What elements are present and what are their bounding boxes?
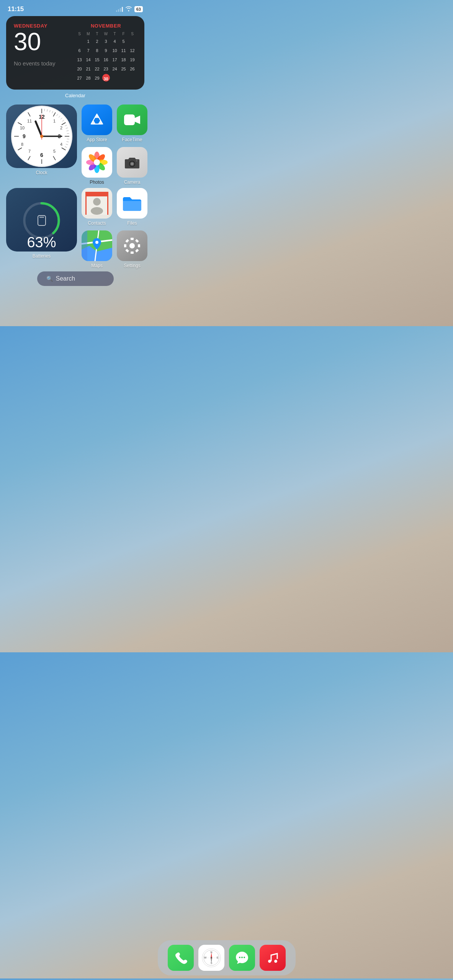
contacts-label: Contacts xyxy=(88,220,106,226)
svg-point-72 xyxy=(95,241,98,244)
calendar-today: 30 xyxy=(102,74,110,82)
svg-text:2: 2 xyxy=(60,126,62,130)
svg-point-58 xyxy=(136,160,137,162)
maps-icon xyxy=(82,230,112,261)
row-clock: 12 3 6 9 1 2 4 5 7 8 10 11 xyxy=(6,105,144,185)
calendar-widget-label: Calendar xyxy=(6,93,144,98)
wifi-icon xyxy=(125,6,132,13)
search-label: Search xyxy=(56,275,75,282)
svg-text:9: 9 xyxy=(23,133,26,139)
svg-text:4: 4 xyxy=(60,142,62,147)
svg-rect-66 xyxy=(85,192,87,215)
svg-rect-73 xyxy=(82,230,87,261)
calendar-day-number: 30 xyxy=(14,29,67,54)
cal-header-t2: T xyxy=(110,31,119,37)
contacts-app[interactable]: Contacts xyxy=(82,188,112,226)
svg-point-68 xyxy=(93,198,101,206)
cal-header-s1: S xyxy=(75,31,84,37)
appstore-app[interactable]: App Store xyxy=(82,105,112,142)
right-apps-col1: App Store FaceTime xyxy=(82,105,147,185)
signal-icon xyxy=(116,7,123,12)
facetime-label: FaceTime xyxy=(122,137,142,142)
svg-point-44 xyxy=(40,135,43,138)
svg-rect-65 xyxy=(85,192,108,196)
maps-app[interactable]: Maps xyxy=(82,230,112,268)
cal-header-f: F xyxy=(119,31,128,37)
camera-app[interactable]: Camera xyxy=(117,147,147,185)
status-bar: 11:15 63 xyxy=(0,0,150,16)
photos-label: Photos xyxy=(90,180,104,185)
svg-text:7: 7 xyxy=(28,149,30,154)
contacts-icon xyxy=(82,188,112,219)
calendar-widget[interactable]: WEDNESDAY 30 No events today NOVEMBER S … xyxy=(6,16,144,90)
camera-icon xyxy=(117,147,147,178)
cal-header-w: W xyxy=(101,31,110,37)
calendar-no-events: No events today xyxy=(14,60,67,67)
maps-settings-row: Maps xyxy=(82,230,150,268)
calendar-right: NOVEMBER S M T W T F S 1 2 3 4 5 6 7 xyxy=(75,23,137,83)
home-screen-content: WEDNESDAY 30 No events today NOVEMBER S … xyxy=(0,16,150,323)
svg-text:11: 11 xyxy=(27,119,31,123)
clock-face: 12 3 6 9 1 2 4 5 7 8 10 11 xyxy=(11,106,72,167)
battery-indicator: 63 xyxy=(134,6,143,12)
svg-text:8: 8 xyxy=(21,142,23,147)
appstore-label: App Store xyxy=(87,137,107,142)
contacts-files-row: Contacts Files xyxy=(82,188,150,226)
svg-text:1: 1 xyxy=(53,119,55,123)
svg-rect-62 xyxy=(39,217,44,218)
clock-app[interactable]: 12 3 6 9 1 2 4 5 7 8 10 11 xyxy=(6,105,77,175)
status-time: 11:15 xyxy=(8,5,24,13)
svg-point-54 xyxy=(94,159,100,165)
batteries-label: Batteries xyxy=(33,253,51,259)
cal-header-s2: S xyxy=(128,31,137,37)
status-icons: 63 xyxy=(116,6,143,13)
settings-app[interactable]: Settings xyxy=(117,230,147,268)
files-icon xyxy=(117,188,147,219)
photos-camera-row: Photos Camera xyxy=(82,147,147,185)
clock-label: Clock xyxy=(36,170,47,175)
search-bar[interactable]: 🔍 Search xyxy=(37,271,114,286)
row-battery: 63% Batteries xyxy=(6,188,144,268)
camera-label: Camera xyxy=(124,180,141,185)
photos-icon xyxy=(82,147,112,178)
appstore-facetime-row: App Store FaceTime xyxy=(82,105,147,142)
cal-header-t1: T xyxy=(93,31,101,37)
svg-point-74 xyxy=(129,243,135,248)
appstore-icon xyxy=(82,105,112,135)
facetime-icon xyxy=(117,105,147,135)
files-label: Files xyxy=(127,220,137,226)
facetime-app[interactable]: FaceTime xyxy=(117,105,147,142)
calendar-grid: S M T W T F S 1 2 3 4 5 6 7 8 9 10 xyxy=(75,31,137,83)
calendar-left: WEDNESDAY 30 No events today xyxy=(14,23,67,83)
search-bar-wrap: 🔍 Search xyxy=(6,271,144,286)
cal-header-m: M xyxy=(84,31,93,37)
files-app[interactable]: Files xyxy=(117,188,147,226)
svg-text:6: 6 xyxy=(40,152,43,158)
calendar-month-name: NOVEMBER xyxy=(75,23,137,29)
settings-icon xyxy=(117,230,147,261)
svg-rect-67 xyxy=(107,192,108,215)
search-icon: 🔍 xyxy=(46,276,53,282)
svg-rect-45 xyxy=(124,114,135,125)
svg-text:5: 5 xyxy=(53,149,55,154)
maps-label: Maps xyxy=(91,263,102,268)
svg-point-57 xyxy=(131,163,134,165)
batteries-app[interactable]: 63% Batteries xyxy=(6,188,77,259)
svg-text:10: 10 xyxy=(20,126,24,130)
svg-text:63%: 63% xyxy=(27,234,56,250)
photos-app[interactable]: Photos xyxy=(82,147,112,185)
svg-point-69 xyxy=(91,207,103,215)
right-apps-col2: Contacts Files xyxy=(82,188,150,268)
settings-label: Settings xyxy=(124,263,140,268)
